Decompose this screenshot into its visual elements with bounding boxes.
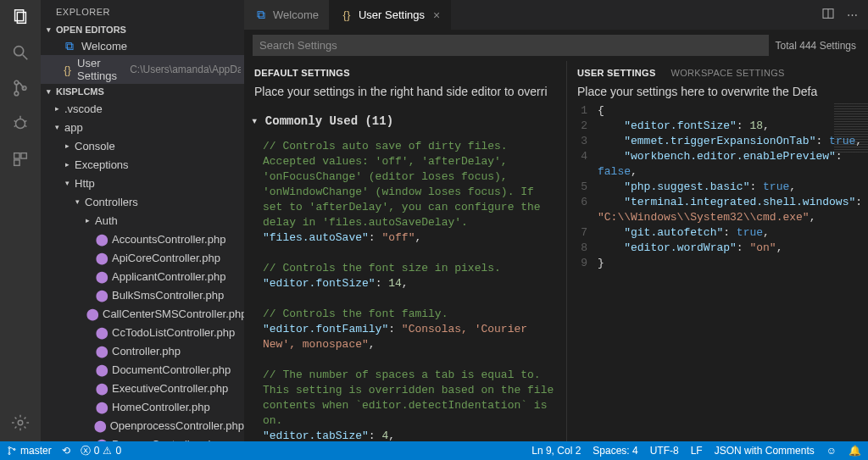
project-label: KISPLCMS [56,86,104,97]
split-editor-icon[interactable] [821,7,835,23]
git-branch[interactable]: master [7,445,52,457]
debug-icon[interactable] [10,114,31,134]
tree-label: Controllers [85,196,138,208]
tree-label: Console [75,140,115,152]
tree-label: Exceptions [75,158,129,171]
open-editor-item[interactable]: {}User SettingsC:\Users\amanda\AppData\R… [41,55,244,84]
settings-section-title[interactable]: ▾ Commonly Used (11) [244,103,566,139]
project-header[interactable]: ▾ KISPLCMS [41,84,244,99]
code-line[interactable]: 7 "git.autofetch": true, [567,225,868,241]
folder-item[interactable]: ▸Exceptions [41,155,244,174]
code-line[interactable]: 1{ [567,103,868,119]
extensions-icon[interactable] [10,149,31,169]
file-item[interactable]: ⬤ApplicantController.php [41,267,244,285]
code-line[interactable]: 4 "workbench.editor.enablePreview": fals… [567,149,868,180]
svg-point-5 [14,91,19,96]
minimap[interactable] [834,103,868,154]
file-item[interactable]: ⬤AccountsController.php [41,230,244,248]
file-item[interactable]: ⬤ProcessController.php [41,435,244,441]
line-number: 6 [567,195,598,225]
close-tab-icon[interactable]: × [433,8,440,22]
code-line[interactable]: 3 "emmet.triggerExpansionOnTab": true, [567,134,868,149]
tree-label: DocumentController.php [112,363,231,376]
code-line[interactable]: 9} [567,256,868,271]
default-settings-editor[interactable]: ▾ Commonly Used (11)// Controls auto sav… [244,103,566,441]
folder-item[interactable]: ▸Console [41,136,244,155]
folder-item[interactable]: ▾Controllers [41,192,244,211]
tree-label: Auth [95,214,118,227]
json-file-icon: {} [63,64,72,76]
code-comment: // The number of spaces a tab is equal t… [263,368,559,429]
folder-item[interactable]: ▾Http [41,174,244,192]
file-item[interactable]: ⬤CcTodoListController.php [41,323,244,341]
open-editor-path: C:\Users\amanda\AppData\Roam... [130,64,241,75]
tree-label: CallCenterSMSController.php [103,308,244,320]
code-line[interactable]: 8 "editor.wordWrap": "on", [567,241,868,256]
problems-button[interactable]: ⓧ 0 ⚠ 0 [81,444,121,458]
search-icon[interactable] [10,42,31,63]
tree-label: ApiCoreController.php [112,252,220,264]
setting-line[interactable]: "editor.fontFamily": "Consolas, 'Courier… [263,322,559,352]
svg-point-20 [8,453,10,455]
svg-point-19 [8,447,10,449]
file-item[interactable]: ⬤OpenprocessController.php [41,416,244,435]
encoding[interactable]: UTF-8 [650,445,679,457]
indentation[interactable]: Spaces: 4 [593,445,637,457]
sidebar-title: EXPLORER [41,0,244,22]
code-line[interactable]: 2 "editor.fontSize": 18, [567,119,868,134]
file-item[interactable]: ⬤CallCenterSMSController.php [41,304,244,323]
language-mode[interactable]: JSON with Comments [715,445,815,457]
scm-icon[interactable] [10,78,31,98]
code-line[interactable]: 6 "terminal.integrated.shell.windows": "… [567,195,868,225]
editor-tab[interactable]: ⧉Welcome [244,0,330,30]
file-item[interactable]: ⬤BulkSmsController.php [41,285,244,304]
default-banner: Place your settings in the right hand si… [244,85,566,103]
setting-line[interactable]: "editor.tabSize": 4, [263,429,559,441]
editor-tab[interactable]: {}User Settings× [330,0,451,30]
tree-label: CcTodoListController.php [112,326,235,339]
open-editor-label: User Settings [77,57,123,82]
user-settings-editor[interactable]: 1{2 "editor.fontSize": 18,3 "emmet.trigg… [567,103,868,441]
folder-item[interactable]: ▾app [41,118,244,136]
settings-search-row: Total 444 Settings [244,30,868,61]
file-tree: ▸.vscode▾app▸Console▸Exceptions▾Http▾Con… [41,99,244,441]
sidebar: EXPLORER ▾ OPEN EDITORS ⧉Welcome{}User S… [41,0,244,441]
tree-label: ExecutiveController.php [112,382,228,395]
notifications-icon[interactable]: 🔔 [849,445,861,457]
more-actions-icon[interactable]: ⋯ [847,8,858,21]
setting-line[interactable]: "editor.fontSize": 14, [263,276,559,291]
sync-button[interactable]: ⟲ [62,445,70,457]
svg-point-2 [14,47,24,56]
default-settings-tab[interactable]: DEFAULT SETTINGS [254,68,350,78]
total-settings-label: Total 444 Settings [776,40,860,52]
file-item[interactable]: ⬤ApiCoreController.php [41,248,244,267]
file-item[interactable]: ⬤DocumentController.php [41,360,244,379]
tree-label: OpenprocessController.php [110,419,244,432]
open-editors-header[interactable]: ▾ OPEN EDITORS [41,22,244,37]
code-line[interactable]: 5 "php.suggest.basic": true, [567,180,868,195]
eol[interactable]: LF [691,445,703,457]
settings-search-input[interactable] [253,35,769,56]
tab-label: Welcome [273,8,319,21]
vscode-file-icon: ⧉ [63,39,76,53]
file-item[interactable]: ⬤ExecutiveController.php [41,379,244,397]
open-editor-item[interactable]: ⧉Welcome [41,37,244,55]
tree-label: AccountsController.php [112,233,225,246]
workspace-settings-tab[interactable]: WORKSPACE SETTINGS [671,68,785,78]
user-settings-tab[interactable]: USER SETTINGS [577,68,656,78]
line-number: 9 [567,256,598,271]
twistie-icon: ▾ [53,123,61,131]
folder-item[interactable]: ▸.vscode [41,99,244,118]
php-file-icon: ⬤ [94,419,107,432]
setting-line[interactable]: "files.autoSave": "off", [263,230,559,246]
file-item[interactable]: ⬤Controller.php [41,341,244,360]
file-item[interactable]: ⬤HomeController.php [41,397,244,416]
php-file-icon: ⬤ [95,233,108,246]
twistie-icon: ▸ [53,104,61,113]
explorer-icon[interactable] [10,7,31,27]
settings-gear-icon[interactable] [10,413,31,433]
folder-item[interactable]: ▸Auth [41,211,244,230]
feedback-icon[interactable]: ☺ [826,445,837,457]
chevron-down-icon: ▾ [44,87,53,96]
cursor-position[interactable]: Ln 9, Col 2 [531,445,581,457]
